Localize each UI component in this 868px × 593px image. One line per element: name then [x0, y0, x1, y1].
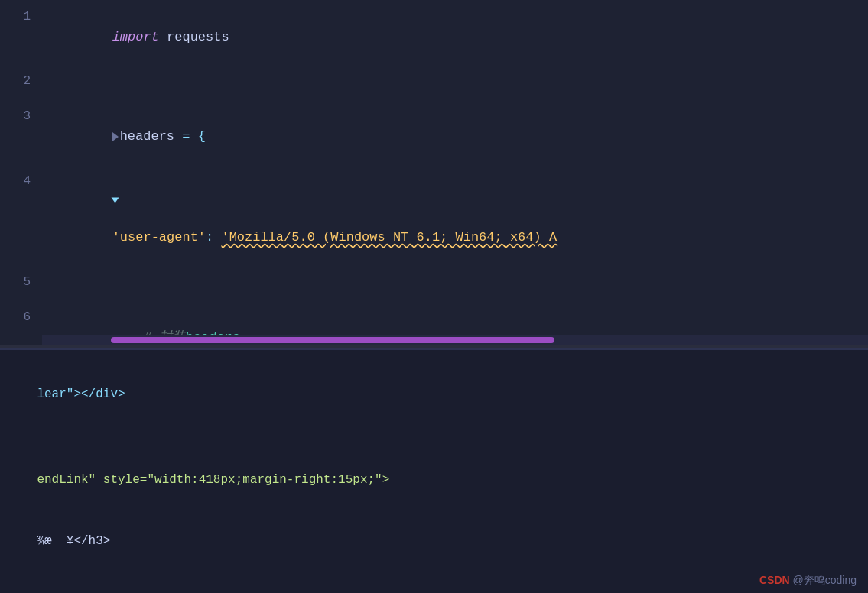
html-line-5: ttp://www.cma.gov.cn/" target="_blank">å… [0, 572, 868, 593]
key-user-agent: 'user-agent' [112, 230, 206, 245]
value-mozilla: 'Mozilla/5.0 (Windows NT 6.1; Win64; x64… [221, 230, 557, 245]
html-line-3: endLink" style="width:418px;margin-right… [0, 449, 868, 510]
brace-open: { [198, 129, 206, 144]
html-line-1: lear"></div> [0, 364, 868, 425]
line-number-3: 3 [0, 99, 42, 123]
scrollbar-thumb[interactable] [111, 337, 554, 343]
var-headers: headers [120, 129, 174, 144]
line-number-6: 6 [0, 300, 42, 324]
fold-icon-3[interactable] [112, 132, 119, 141]
op-colon-4: : [206, 230, 221, 245]
code-line-4: 4 'user-agent': 'Mozilla/5.0 (Windows NT… [0, 164, 868, 265]
code-scrollbar[interactable] [42, 335, 868, 345]
csdn-handle: @奔鸣coding [793, 574, 857, 586]
html-section: lear"></div> endLink" style="width:418px… [0, 350, 868, 593]
attr-endlink: endLink" style="width:418px;margin-right… [37, 473, 389, 487]
line-content-1: import requests [42, 0, 868, 64]
module-requests: requests [159, 30, 229, 44]
code-editor: 1 import requests 2 3 headers = { 4 'use… [0, 0, 868, 348]
html-line-2 [0, 425, 868, 449]
line-content-4: 'user-agent': 'Mozilla/5.0 (Windows NT 6… [42, 164, 868, 265]
line-content-3: headers = { [42, 99, 868, 164]
line-number-5: 5 [0, 265, 42, 289]
op-assign-3: = [174, 129, 198, 144]
tag-div-clear: lear"></div> [37, 387, 125, 401]
csdn-watermark: CSDN @奔鸣coding [759, 574, 857, 588]
keyword-import: import [112, 30, 159, 44]
csdn-logo: CSDN [759, 574, 790, 586]
fold-icon-4[interactable] [111, 198, 119, 203]
html-line-4: ¾æ ¥</h3> [0, 510, 868, 572]
garbled-text-1: ¾æ ¥</h3> [37, 534, 110, 548]
code-line-3: 3 headers = { [0, 99, 868, 164]
code-line-1: 1 import requests [0, 0, 868, 64]
line-content-2 [42, 64, 868, 74]
code-line-2: 2 [0, 64, 868, 99]
code-line-5: 5 [0, 265, 868, 300]
code-lines: 1 import requests 2 3 headers = { 4 'use… [0, 0, 868, 348]
line-number-4: 4 [0, 164, 42, 188]
line-content-5 [42, 265, 868, 275]
line-number-2: 2 [0, 64, 42, 88]
line-number-1: 1 [0, 0, 42, 24]
